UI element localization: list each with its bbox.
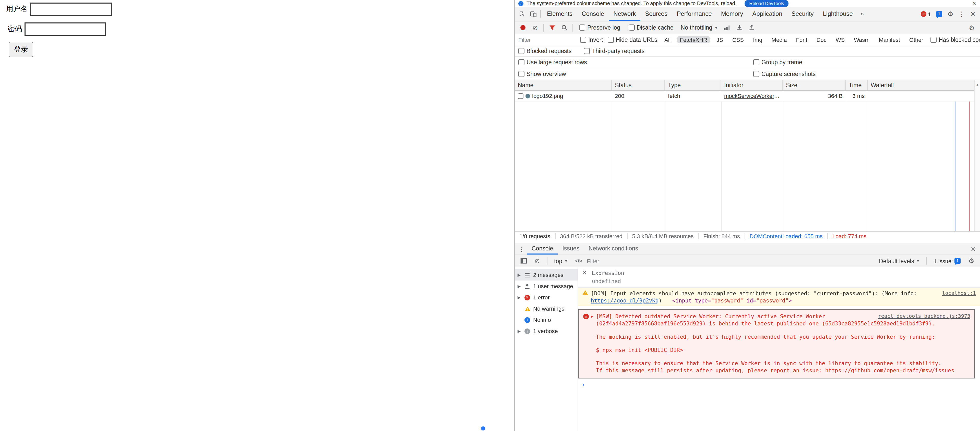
table-body[interactable]: logo192.png 200 fetch mockServiceWorker.… bbox=[515, 91, 980, 231]
column-header-status[interactable]: Status bbox=[612, 80, 665, 90]
pill-manifest[interactable]: Manifest bbox=[876, 36, 903, 43]
search-icon[interactable] bbox=[559, 22, 570, 33]
sidebar-item-messages[interactable]: ▶ 2 messages bbox=[515, 269, 578, 280]
tab-elements[interactable]: Elements bbox=[542, 7, 577, 21]
has-blocked-cookies-input[interactable] bbox=[931, 36, 937, 43]
preserve-log-input[interactable] bbox=[579, 24, 585, 31]
capture-screenshots-checkbox[interactable]: Capture screenshots bbox=[753, 71, 816, 77]
sidebar-item-info[interactable]: i No info bbox=[515, 314, 578, 325]
input-element-snippet[interactable]: <input type="password" id="password"> bbox=[672, 297, 792, 303]
tab-security[interactable]: Security bbox=[787, 7, 818, 21]
issues-link[interactable]: 1 issue: 1 bbox=[931, 258, 963, 264]
more-info-link[interactable]: https://goo.gl/9p2vKq bbox=[591, 297, 659, 303]
initiator-link[interactable]: mockServiceWorker.js… bbox=[724, 93, 780, 99]
column-header-size[interactable]: Size bbox=[783, 80, 846, 90]
console-filter-input[interactable] bbox=[587, 257, 874, 265]
show-overview-checkbox[interactable]: Show overview bbox=[519, 71, 566, 77]
reload-devtools-button[interactable]: Reload DevTools bbox=[745, 0, 789, 7]
drawer-tab-network-conditions[interactable]: Network conditions bbox=[584, 243, 643, 255]
kebab-menu-icon[interactable]: ⋮ bbox=[956, 8, 967, 20]
network-conditions-icon[interactable] bbox=[722, 22, 733, 33]
clear-network-log-icon[interactable]: ⊘ bbox=[530, 22, 541, 33]
infobar-close-icon[interactable]: ✕ bbox=[972, 0, 977, 6]
warning-source-link[interactable]: localhost:1 bbox=[942, 290, 976, 297]
login-button[interactable]: 登录 bbox=[9, 42, 33, 57]
devtools-close-icon[interactable]: ✕ bbox=[967, 8, 978, 20]
use-large-request-rows-checkbox[interactable]: Use large request rows bbox=[519, 59, 587, 65]
disable-cache-input[interactable] bbox=[628, 24, 635, 31]
pill-js[interactable]: JS bbox=[714, 36, 726, 43]
sidebar-item-user-messages[interactable]: ▶ 1 user message bbox=[515, 280, 578, 292]
network-filter-input[interactable] bbox=[519, 36, 576, 43]
import-har-icon[interactable] bbox=[734, 22, 745, 33]
issues-count-badge[interactable]: 1 bbox=[934, 11, 945, 17]
has-blocked-cookies-checkbox[interactable]: Has blocked cookies bbox=[931, 36, 980, 43]
drawer-tab-issues[interactable]: Issues bbox=[558, 243, 584, 255]
column-header-time[interactable]: Time bbox=[846, 80, 868, 90]
password-input[interactable] bbox=[24, 22, 106, 36]
invert-input[interactable] bbox=[580, 36, 586, 43]
inspect-icon[interactable] bbox=[516, 8, 528, 20]
blocked-requests-checkbox[interactable]: Blocked requests bbox=[519, 48, 571, 54]
third-party-requests-checkbox[interactable]: Third-party requests bbox=[584, 48, 644, 54]
drawer-tab-console[interactable]: Console bbox=[527, 243, 558, 255]
disable-cache-checkbox[interactable]: Disable cache bbox=[628, 24, 673, 31]
name-cell[interactable]: logo192.png bbox=[515, 93, 612, 99]
expand-triangle-icon[interactable]: ▶ bbox=[591, 313, 593, 320]
blocked-requests-input[interactable] bbox=[519, 48, 525, 54]
pill-img[interactable]: Img bbox=[751, 36, 765, 43]
pill-wasm[interactable]: Wasm bbox=[851, 36, 872, 43]
tab-performance[interactable]: Performance bbox=[672, 7, 716, 21]
pill-fetch-xhr[interactable]: Fetch/XHR bbox=[677, 36, 710, 43]
error-count-badge[interactable]: ✕ 1 bbox=[918, 11, 934, 17]
pill-other[interactable]: Other bbox=[907, 36, 926, 43]
use-large-request-rows-input[interactable] bbox=[519, 59, 525, 65]
device-toolbar-icon[interactable] bbox=[528, 8, 539, 20]
network-settings-gear-icon[interactable]: ⚙ bbox=[966, 22, 977, 33]
table-row[interactable]: logo192.png 200 fetch mockServiceWorker.… bbox=[515, 91, 980, 101]
capture-screenshots-input[interactable] bbox=[753, 71, 759, 77]
column-header-type[interactable]: Type bbox=[665, 80, 721, 90]
group-by-frame-checkbox[interactable]: Group by frame bbox=[753, 59, 802, 65]
export-har-icon[interactable] bbox=[746, 22, 757, 33]
tab-lighthouse[interactable]: Lighthouse bbox=[818, 7, 857, 21]
dom-warning-message[interactable]: [DOM] Input elements should have autocom… bbox=[578, 288, 980, 306]
live-expression-widget[interactable]: ✕ Expression undefined bbox=[578, 267, 980, 288]
settings-gear-icon[interactable]: ⚙ bbox=[945, 8, 956, 20]
disclosure-triangle-icon[interactable]: ▶ bbox=[517, 329, 522, 333]
type-cell[interactable]: fetch bbox=[665, 93, 721, 99]
record-button[interactable] bbox=[517, 22, 528, 33]
column-header-name[interactable]: Name bbox=[515, 80, 612, 90]
live-expression-eye-icon[interactable] bbox=[573, 255, 584, 266]
tab-application[interactable]: Application bbox=[748, 7, 787, 21]
tab-network[interactable]: Network bbox=[609, 7, 640, 21]
scroll-up-icon[interactable]: ▲ bbox=[975, 82, 980, 231]
status-cell[interactable]: 200 bbox=[612, 93, 665, 99]
more-tabs-icon[interactable]: » bbox=[858, 7, 867, 21]
context-selector[interactable]: top ▼ bbox=[552, 258, 570, 264]
drawer-kebab-icon[interactable]: ⋮ bbox=[516, 243, 527, 255]
row-checkbox[interactable] bbox=[518, 93, 523, 99]
show-overview-input[interactable] bbox=[519, 71, 525, 77]
disclosure-triangle-icon[interactable]: ▶ bbox=[517, 295, 522, 299]
console-settings-gear-icon[interactable]: ⚙ bbox=[966, 255, 977, 266]
pill-all[interactable]: All bbox=[662, 36, 673, 43]
log-levels-select[interactable]: Default levels ▼ bbox=[876, 258, 922, 264]
sidebar-item-verbose[interactable]: ▶ i 1 verbose bbox=[515, 325, 578, 337]
invert-checkbox[interactable]: Invert bbox=[580, 36, 603, 43]
console-sidebar-toggle-icon[interactable] bbox=[518, 255, 529, 266]
preserve-log-checkbox[interactable]: Preserve log bbox=[579, 24, 620, 31]
third-party-requests-input[interactable] bbox=[584, 48, 590, 54]
disclosure-triangle-icon[interactable]: ▶ bbox=[517, 273, 522, 277]
sidebar-item-errors[interactable]: ▶ ✕ 1 error bbox=[515, 292, 578, 303]
tab-console[interactable]: Console bbox=[577, 7, 609, 21]
msw-error-message[interactable]: ✕ ▶ [MSW] Detected outdated Service Work… bbox=[578, 309, 975, 379]
drawer-close-icon[interactable]: ✕ bbox=[968, 243, 979, 255]
column-header-waterfall[interactable]: Waterfall bbox=[868, 80, 980, 90]
table-scrollbar[interactable]: ▲ bbox=[974, 80, 980, 231]
throttling-select[interactable]: No throttling ▼ bbox=[678, 24, 721, 31]
time-cell[interactable]: 3 ms bbox=[846, 93, 868, 99]
tab-memory[interactable]: Memory bbox=[716, 7, 748, 21]
clear-console-icon[interactable]: ⊘ bbox=[531, 255, 543, 266]
size-cell[interactable]: 364 B bbox=[783, 93, 846, 99]
